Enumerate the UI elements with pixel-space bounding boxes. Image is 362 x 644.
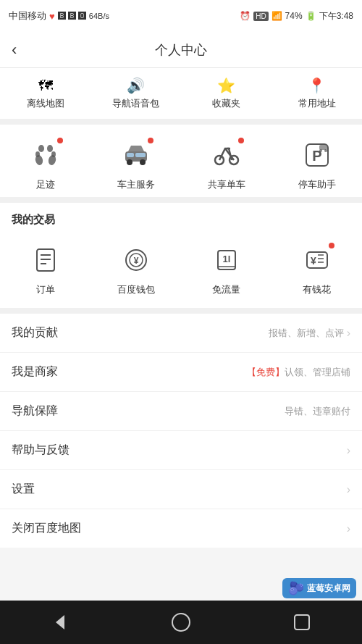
footprint-label: 足迹 [36,178,55,191]
parking-icon: P [303,141,331,169]
signal-icon: 📶 [272,11,282,21]
wallet-item[interactable]: ¥ 百度钱包 [117,241,155,296]
footprint-icon-wrapper [27,136,64,174]
money-item[interactable]: ¥ 有钱花 [298,241,336,296]
address-icon: 📍 [308,77,326,94]
battery-pct: 74% [285,11,303,21]
svg-point-18 [319,149,322,152]
merchant-label: 我是商家 [12,364,58,380]
home-nav-icon [171,612,191,632]
transaction-title: 我的交易 [0,203,362,234]
car-icon-wrapper [117,136,155,174]
order-icon-wrapper [27,241,64,279]
car-dot [148,138,153,143]
page-title: 个人中心 [155,41,207,59]
settings-label: 设置 [12,482,35,497]
merchant-right-text: 【免费】认领、管理店铺 [247,366,350,379]
favorites-label: 收藏夹 [212,97,240,110]
order-label: 订单 [36,283,55,296]
money-label: 有钱花 [303,283,331,296]
svg-text:¥: ¥ [133,256,138,266]
quick-nav-address[interactable]: 📍 常用地址 [272,77,362,110]
offline-map-icon: 🗺 [38,78,53,94]
menu-nav-icon [292,612,312,632]
svg-text:1l: 1l [222,254,230,264]
offline-map-label: 离线地图 [27,97,64,110]
wallet-icon: ¥ [122,246,150,274]
bike-icon-wrapper [208,136,245,174]
voice-icon: 🔊 [127,77,145,94]
help-label: 帮助与反馈 [12,443,70,458]
footprint-item[interactable]: 足迹 [27,136,64,191]
menu-list: 我的贡献 报错、新增、点评 › 我是商家 【免费】认领、管理店铺 导航保障 导错… [0,314,362,548]
bike-dot [238,138,244,143]
bottom-nav [0,601,362,644]
status-bar: 中国移动 ♥ 🅱 🅱 🅾 64B/s ⏰ HD 📶 74% 🔋 下午3:48 [0,0,362,32]
service-icons: 足迹 车主服务 [0,136,362,191]
hd-badge: HD [253,12,268,21]
svg-rect-10 [127,153,134,157]
favorites-icon: ⭐ [217,77,235,94]
settings-chevron: › [347,483,350,496]
svg-point-2 [47,145,53,152]
flow-item[interactable]: 1l 免流量 [208,241,245,296]
nav-protect-right-text: 导错、违章赔付 [285,405,350,418]
merchant-action: 认领、管理店铺 [285,367,350,377]
back-nav-button[interactable] [42,604,78,640]
nav-protect-item[interactable]: 导航保障 导错、违章赔付 [0,392,362,431]
merchant-item[interactable]: 我是商家 【免费】认领、管理店铺 [0,353,362,392]
svg-rect-11 [135,153,146,157]
contribution-item[interactable]: 我的贡献 报错、新增、点评 › [0,314,362,353]
parking-icon-wrapper: P [298,136,336,174]
svg-point-8 [127,159,132,165]
bike-item[interactable]: 共享单车 [208,136,245,191]
contribution-right-text: 报错、新增、点评 [269,327,344,340]
svg-point-9 [140,159,146,165]
car-label: 车主服务 [117,178,155,191]
help-item[interactable]: 帮助与反馈 › [0,431,362,470]
watermark-text: 蓝莓安卓网 [307,582,350,595]
quick-nav-offline-map[interactable]: 🗺 离线地图 [0,78,90,110]
back-nav-icon [50,612,70,632]
svg-rect-17 [319,145,327,150]
quick-nav: 🗺 离线地图 🔊 导航语音包 ⭐ 收藏夹 📍 常用地址 [0,68,362,125]
time: 下午3:48 [319,10,353,22]
svg-point-0 [38,145,44,152]
battery-icon: 🔋 [306,11,316,21]
nav-protect-right: 导错、违章赔付 [285,405,350,418]
header: ‹ 个人中心 [0,32,362,68]
order-item[interactable]: 订单 [27,241,64,296]
settings-right: › [347,483,350,496]
voice-label: 导航语音包 [112,97,159,110]
quick-nav-favorites[interactable]: ⭐ 收藏夹 [181,77,272,110]
menu-nav-button[interactable] [284,604,320,640]
home-nav-button[interactable] [163,604,199,640]
status-right: ⏰ HD 📶 74% 🔋 下午3:48 [240,10,353,22]
svg-point-4 [34,154,43,166]
settings-item[interactable]: 设置 › [0,470,362,509]
transaction-grid: 订单 ¥ 百度钱包 1l 免流量 [0,234,362,314]
quick-nav-voice[interactable]: 🔊 导航语音包 [90,77,181,110]
bike-label: 共享单车 [208,178,245,191]
parking-item[interactable]: P 停车助手 [298,136,336,191]
wallet-icon-wrapper: ¥ [117,241,155,279]
parking-label: 停车助手 [298,178,336,191]
bike-icon [213,141,240,169]
back-button[interactable]: ‹ [12,41,17,59]
wallet-label: 百度钱包 [117,283,155,296]
contribution-chevron: › [347,327,350,340]
svg-marker-35 [56,615,64,630]
svg-rect-37 [295,615,309,630]
money-dot [329,243,334,248]
money-icon-wrapper: ¥ [298,241,336,279]
svg-point-12 [215,156,224,164]
car-service-item[interactable]: 车主服务 [117,136,155,191]
close-map-chevron: › [347,522,350,535]
help-chevron: › [347,444,350,457]
clock-icon: ⏰ [240,11,251,21]
flow-label: 免流量 [212,283,240,296]
watermark-icon: 🫐 [288,580,304,596]
close-map-item[interactable]: 关闭百度地图 › [0,509,362,548]
svg-marker-7 [128,146,144,151]
svg-point-19 [324,149,327,152]
